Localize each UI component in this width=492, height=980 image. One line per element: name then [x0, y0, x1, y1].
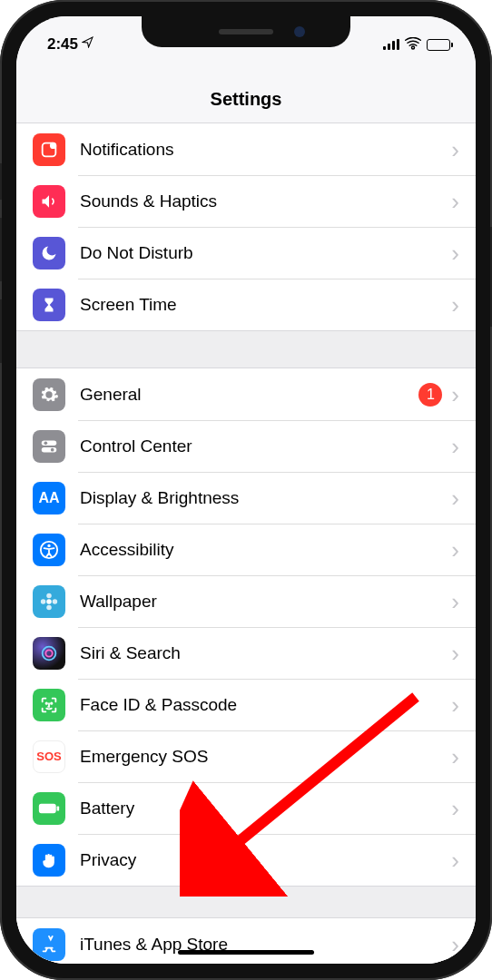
svg-point-8 — [46, 599, 52, 604]
battery-icon — [33, 792, 65, 825]
row-label: General — [80, 385, 418, 405]
toggles-icon — [33, 430, 65, 463]
row-label: Display & Brightness — [80, 488, 451, 508]
chevron-right-icon: › — [451, 383, 459, 407]
row-accessibility[interactable]: Accessibility › — [16, 524, 476, 575]
phone-frame: 2:45 Settings Notifications — [0, 0, 492, 980]
location-arrow-icon — [82, 36, 93, 51]
chevron-right-icon: › — [451, 590, 459, 613]
notch — [142, 16, 350, 47]
row-general[interactable]: General 1 › — [16, 368, 476, 420]
home-indicator[interactable] — [178, 950, 314, 955]
chevron-right-icon: › — [451, 745, 459, 769]
chevron-right-icon: › — [451, 642, 459, 665]
notification-badge: 1 — [418, 383, 442, 407]
row-label: Privacy — [80, 850, 451, 870]
row-itunes[interactable]: iTunes & App Store › — [16, 918, 476, 964]
cell-signal-icon — [383, 39, 399, 50]
sos-icon: SOS — [33, 740, 65, 773]
svg-point-3 — [44, 441, 48, 445]
row-label: Emergency SOS — [80, 747, 451, 767]
row-label: Accessibility — [80, 540, 451, 560]
svg-point-12 — [53, 599, 57, 604]
svg-point-11 — [41, 599, 46, 604]
chevron-right-icon: › — [451, 848, 459, 872]
svg-point-7 — [47, 544, 50, 546]
flower-icon — [33, 585, 65, 618]
svg-rect-17 — [39, 803, 56, 812]
earpiece — [219, 29, 273, 34]
row-label: Do Not Disturb — [80, 243, 451, 263]
volume-up-button — [0, 218, 2, 281]
moon-icon — [33, 237, 65, 270]
svg-point-10 — [46, 604, 52, 610]
chevron-right-icon: › — [451, 797, 459, 820]
svg-rect-2 — [42, 440, 57, 446]
svg-rect-4 — [42, 446, 57, 452]
row-notifications[interactable]: Notifications › — [16, 123, 476, 175]
appstore-icon — [33, 928, 65, 961]
svg-rect-18 — [57, 806, 60, 810]
hourglass-icon — [33, 289, 65, 321]
siri-icon — [33, 637, 65, 670]
section-separator — [16, 886, 476, 918]
svg-point-16 — [51, 702, 52, 703]
svg-point-15 — [46, 702, 47, 703]
wifi-icon — [405, 37, 421, 53]
chevron-right-icon: › — [451, 190, 459, 213]
row-controlcenter[interactable]: Control Center › — [16, 420, 476, 472]
row-label: Face ID & Passcode — [80, 695, 451, 715]
chevron-right-icon: › — [451, 933, 459, 956]
settings-section-0: Notifications › Sounds & Haptics › Do No… — [16, 123, 476, 330]
row-faceid[interactable]: Face ID & Passcode › — [16, 679, 476, 730]
settings-section-2: iTunes & App Store › — [16, 918, 476, 964]
row-siri[interactable]: Siri & Search › — [16, 627, 476, 679]
speaker-icon — [33, 185, 65, 218]
row-label: Wallpaper — [80, 592, 451, 612]
row-sounds[interactable]: Sounds & Haptics › — [16, 175, 476, 227]
settings-section-1: General 1 › Control Center › AA Display … — [16, 368, 476, 886]
volume-down-button — [0, 299, 2, 363]
textsize-icon: AA — [33, 482, 65, 514]
row-display[interactable]: AA Display & Brightness › — [16, 472, 476, 524]
row-screentime[interactable]: Screen Time › — [16, 279, 476, 330]
row-label: Screen Time — [80, 295, 451, 315]
svg-point-5 — [51, 447, 54, 451]
chevron-right-icon: › — [451, 693, 459, 717]
row-sos[interactable]: SOS Emergency SOS › — [16, 730, 476, 782]
page-title: Settings — [16, 60, 476, 123]
chevron-right-icon: › — [451, 138, 459, 162]
chevron-right-icon: › — [451, 538, 459, 562]
accessibility-icon — [33, 534, 65, 566]
section-separator — [16, 330, 476, 368]
status-time: 2:45 — [47, 35, 78, 54]
row-label: Notifications — [80, 140, 451, 160]
hand-icon — [33, 844, 65, 877]
front-camera — [294, 26, 305, 37]
svg-point-13 — [43, 646, 56, 660]
chevron-right-icon: › — [451, 486, 459, 510]
chevron-right-icon: › — [451, 241, 459, 265]
screen: 2:45 Settings Notifications — [16, 16, 476, 964]
chevron-right-icon: › — [451, 435, 459, 458]
row-label: Control Center — [80, 436, 451, 456]
chevron-right-icon: › — [451, 293, 459, 317]
row-label: Battery — [80, 799, 451, 818]
mute-switch — [0, 163, 2, 200]
row-label: Siri & Search — [80, 643, 451, 663]
row-label: Sounds & Haptics — [80, 191, 451, 211]
svg-point-9 — [46, 593, 52, 598]
gear-icon — [33, 378, 65, 411]
svg-point-1 — [50, 142, 56, 148]
row-dnd[interactable]: Do Not Disturb › — [16, 227, 476, 279]
row-battery[interactable]: Battery › — [16, 782, 476, 834]
svg-point-14 — [45, 650, 52, 656]
notifications-icon — [33, 133, 65, 166]
row-wallpaper[interactable]: Wallpaper › — [16, 575, 476, 627]
row-privacy[interactable]: Privacy › — [16, 834, 476, 886]
faceid-icon — [33, 689, 65, 721]
battery-icon — [427, 39, 450, 51]
